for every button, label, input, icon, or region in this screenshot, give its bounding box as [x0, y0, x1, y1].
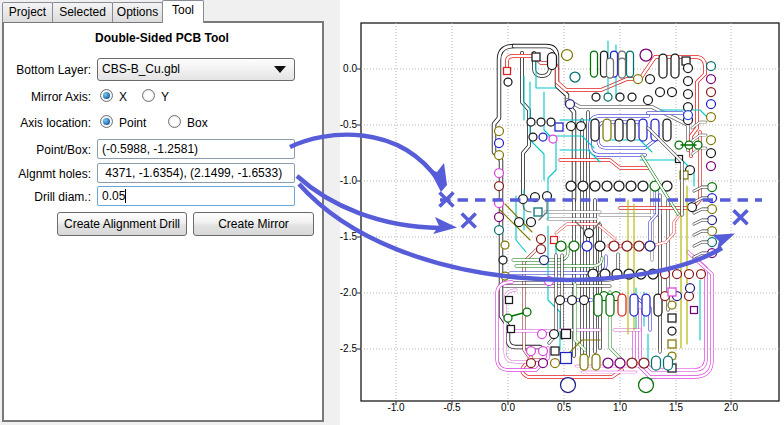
- svg-text:-1.0: -1.0: [387, 402, 405, 413]
- svg-text:0.5: 0.5: [557, 402, 571, 413]
- svg-text:1.0: 1.0: [613, 402, 627, 413]
- svg-text:-2.0: -2.0: [340, 287, 358, 298]
- svg-text:-0.5: -0.5: [340, 119, 358, 130]
- svg-text:1.5: 1.5: [669, 402, 683, 413]
- svg-text:2.0: 2.0: [724, 402, 738, 413]
- svg-text:0.0: 0.0: [501, 402, 515, 413]
- svg-text:-1.0: -1.0: [340, 175, 358, 186]
- svg-text:0.0: 0.0: [343, 63, 357, 74]
- svg-text:-2.5: -2.5: [340, 343, 358, 354]
- svg-text:-1.5: -1.5: [340, 231, 358, 242]
- svg-text:-0.5: -0.5: [443, 402, 461, 413]
